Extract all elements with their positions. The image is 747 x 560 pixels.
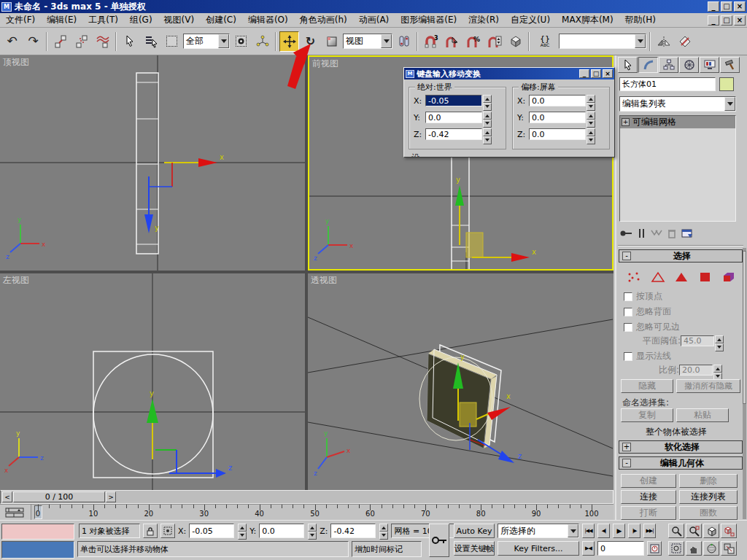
menu-animation[interactable]: 动画(A) xyxy=(353,12,395,28)
planar-threshold-spinner[interactable] xyxy=(715,335,724,346)
time-slider-handle[interactable]: 0 / 100 xyxy=(13,491,105,502)
menu-create[interactable]: 创建(C) xyxy=(200,12,242,28)
bind-spacewarp-icon[interactable] xyxy=(93,31,112,52)
minimize-button[interactable]: _ xyxy=(708,1,719,12)
polygon-subobject-icon[interactable] xyxy=(698,271,713,285)
ignore-visible-edges-checkbox[interactable] xyxy=(624,323,632,332)
offset-y-spinner[interactable] xyxy=(587,112,595,123)
menu-help[interactable]: 帮助(H) xyxy=(619,12,662,28)
status-z-field[interactable]: -0.42 xyxy=(330,524,376,538)
absolute-y-spinner[interactable] xyxy=(483,112,492,123)
selection-rollout-header[interactable]: - 选择 xyxy=(619,249,743,262)
viewport-left-label[interactable]: 左视图 xyxy=(3,274,29,287)
select-and-manipulate-icon[interactable] xyxy=(252,31,272,52)
mirror-icon[interactable] xyxy=(654,31,673,52)
current-frame-field[interactable]: 0 xyxy=(597,541,644,556)
viewport-top-label[interactable]: 顶视图 xyxy=(3,56,29,69)
dropdown-arrow-icon[interactable] xyxy=(381,34,392,48)
child-minimize-button[interactable]: _ xyxy=(708,15,719,26)
redo-icon[interactable]: ↷ xyxy=(23,31,43,52)
key-filters-button[interactable]: Key Filters... xyxy=(498,541,579,556)
dialog-minimize-button[interactable]: _ xyxy=(579,69,589,78)
create-button[interactable]: 创建 xyxy=(621,474,676,488)
spinner-snap-icon[interactable] xyxy=(484,31,504,52)
go-to-end-button[interactable]: ▶▶| xyxy=(643,524,656,538)
set-keys-button[interactable]: 设置关键帧 xyxy=(454,541,495,556)
snap-toggle-3d-icon[interactable]: 3 xyxy=(421,31,441,52)
menu-file[interactable]: 文件(F) xyxy=(0,12,41,28)
select-by-name-icon[interactable] xyxy=(141,31,160,52)
align-icon[interactable] xyxy=(675,31,694,52)
selection-filter-dropdown[interactable]: 全部 xyxy=(183,34,230,49)
menu-tools[interactable]: 工具(T) xyxy=(82,12,124,28)
dialog-close-button[interactable]: × xyxy=(603,69,613,78)
selection-lock-icon[interactable] xyxy=(143,524,158,538)
normals-scale-field[interactable]: 20.0 xyxy=(679,365,713,376)
break-button[interactable]: 打断 xyxy=(621,506,676,520)
hide-button[interactable]: 隐藏 xyxy=(621,379,673,393)
show-end-result-icon[interactable] xyxy=(637,228,646,241)
min-max-toggle-icon[interactable] xyxy=(721,541,737,556)
display-tab-icon[interactable] xyxy=(700,57,719,73)
configure-modifier-sets-icon[interactable] xyxy=(681,228,694,241)
angle-snap-icon[interactable] xyxy=(442,31,462,52)
utilities-tab-icon[interactable] xyxy=(720,57,740,73)
play-button[interactable]: ▶ xyxy=(613,524,625,538)
absolute-x-field[interactable]: -0.05 xyxy=(425,95,482,106)
absolute-z-spinner[interactable] xyxy=(483,128,492,140)
normals-scale-spinner[interactable] xyxy=(713,365,722,376)
status-x-field[interactable]: -0.05 xyxy=(189,524,234,538)
close-button[interactable]: × xyxy=(734,1,746,12)
unhide-all-button[interactable]: 撤消所有隐藏 xyxy=(676,379,740,393)
viewport-left[interactable]: 左视图 y z yzx xyxy=(0,273,305,490)
dropdown-arrow-icon[interactable] xyxy=(724,97,735,111)
offset-y-field[interactable]: 0.0 xyxy=(529,112,586,123)
viewport-perspective[interactable]: 透视图 y x z yxz xyxy=(308,273,614,490)
unlink-icon[interactable] xyxy=(71,31,91,52)
element-subobject-icon[interactable] xyxy=(721,271,736,285)
time-configuration-icon[interactable] xyxy=(647,541,662,556)
named-selection-dropdown[interactable] xyxy=(559,34,646,49)
dropdown-arrow-icon[interactable] xyxy=(635,34,646,48)
hierarchy-tab-icon[interactable] xyxy=(659,57,678,73)
restore-button[interactable]: □ xyxy=(721,1,732,12)
object-name-field[interactable]: 长方体01 xyxy=(619,77,716,91)
pin-stack-icon[interactable] xyxy=(619,228,632,241)
menu-modifiers[interactable]: 编辑器(O) xyxy=(242,12,294,28)
next-frame-arrow[interactable]: > xyxy=(106,491,116,502)
auto-key-button[interactable]: Auto Key xyxy=(454,524,495,538)
show-normals-checkbox[interactable] xyxy=(624,352,632,361)
create-tab-icon[interactable] xyxy=(618,57,638,73)
trackbar-ruler[interactable]: 0102030405060708090100 xyxy=(31,505,614,521)
turn-button[interactable]: 圈数 xyxy=(679,506,738,520)
edit-geometry-rollout-header[interactable]: - 编辑几何体 xyxy=(619,456,743,470)
face-subobject-icon[interactable] xyxy=(674,271,689,285)
offset-x-field[interactable]: 0.0 xyxy=(529,95,586,106)
rectangular-selection-region-icon[interactable] xyxy=(162,31,182,52)
dropdown-arrow-icon[interactable] xyxy=(568,524,578,537)
remove-modifier-icon[interactable] xyxy=(667,228,676,241)
go-to-start-button[interactable]: |◀◀ xyxy=(582,524,595,538)
status-x-spinner[interactable] xyxy=(238,524,247,538)
menu-maxscript[interactable]: MAX脚本(M) xyxy=(556,12,619,28)
panel-scrollbar-thumb[interactable] xyxy=(743,251,746,404)
viewport-perspective-label[interactable]: 透视图 xyxy=(311,274,337,287)
status-y-spinner[interactable] xyxy=(308,524,317,538)
edge-subobject-icon[interactable] xyxy=(651,271,665,285)
menu-customize[interactable]: 自定义(U) xyxy=(505,12,556,28)
viewport-top[interactable]: 顶视图 x y yxz xyxy=(0,55,305,271)
stack-item-editable-mesh[interactable]: + 可编辑网格 xyxy=(620,116,735,128)
status-z-spinner[interactable] xyxy=(379,524,388,538)
zoom-icon[interactable] xyxy=(668,524,684,538)
menu-character[interactable]: 角色动画(h) xyxy=(294,12,353,28)
percent-snap-icon[interactable]: % xyxy=(463,31,483,52)
offset-z-spinner[interactable] xyxy=(587,128,595,140)
link-icon[interactable] xyxy=(50,31,70,52)
zoom-extents-icon[interactable] xyxy=(703,524,719,538)
absolute-x-spinner[interactable] xyxy=(483,95,492,106)
modify-tab-icon[interactable] xyxy=(638,57,658,73)
copy-button[interactable]: 复制 xyxy=(621,408,673,422)
window-crossing-icon[interactable] xyxy=(231,31,251,52)
previous-frame-button[interactable]: ◀| xyxy=(597,524,610,538)
panel-scrollbar[interactable] xyxy=(743,248,746,519)
